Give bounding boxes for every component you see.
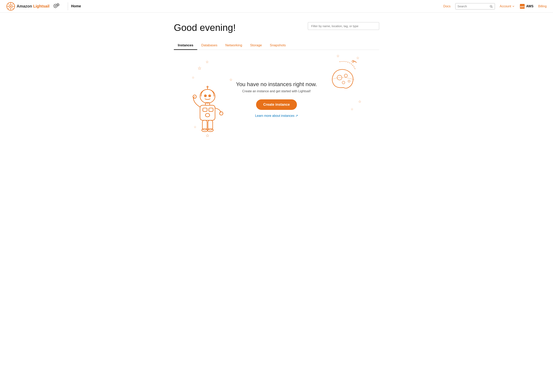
main-content: Good evening! Instances Databases Networ… — [167, 13, 386, 158]
svg-point-39 — [344, 74, 347, 77]
greeting-row: Good evening! — [174, 22, 379, 33]
svg-rect-27 — [200, 105, 215, 120]
svg-point-10 — [10, 6, 11, 7]
svg-line-8 — [12, 3, 14, 5]
learn-more-text: Learn more about instances — [255, 114, 294, 117]
tabs: Instances Databases Networking Storage S… — [174, 41, 379, 50]
svg-point-41 — [348, 80, 350, 82]
empty-state: ☆ ☆ ☆ ☆ ☆ ☆ ☆ ☆ ☆ ☆ — [174, 50, 379, 149]
star-decoration: ☆ — [198, 66, 201, 71]
empty-state-subtitle: Create an instance and get started with … — [236, 90, 317, 93]
empty-state-center: You have no instances right now. Create … — [236, 81, 317, 118]
star-decoration: ☆ — [358, 99, 361, 104]
svg-point-32 — [220, 112, 223, 115]
empty-state-title: You have no instances right now. — [236, 81, 317, 88]
tab-instances[interactable]: Instances — [174, 41, 197, 50]
create-instance-button[interactable]: Create instance — [256, 99, 297, 110]
star-decoration: ☆ — [206, 60, 209, 64]
tab-snapshots[interactable]: Snapshots — [266, 41, 290, 50]
svg-line-16 — [492, 7, 493, 7]
svg-text:AWS: AWS — [520, 6, 524, 8]
svg-point-14 — [57, 4, 58, 5]
svg-point-40 — [342, 81, 345, 84]
tab-networking[interactable]: Networking — [221, 41, 246, 50]
docs-link[interactable]: Docs — [443, 5, 451, 8]
svg-point-25 — [207, 86, 208, 88]
logo-text: Amazon Lightsail — [17, 4, 50, 8]
logo-lightsail: Lightsail — [33, 4, 49, 8]
aws-cube-icon: AWS — [519, 4, 525, 9]
account-label: Account — [500, 5, 511, 8]
external-link-icon: ↗ — [295, 114, 298, 117]
svg-line-9 — [8, 8, 9, 9]
chevron-down-icon — [512, 5, 515, 8]
svg-point-23 — [209, 95, 210, 96]
page-title: Home — [71, 4, 81, 8]
tab-storage[interactable]: Storage — [246, 41, 266, 50]
greeting: Good evening! — [174, 22, 236, 33]
search-icon — [489, 5, 493, 8]
robot-decoration — [186, 85, 229, 137]
header: Amazon Lightsail Home Docs Account — [0, 0, 553, 13]
tab-databases[interactable]: Databases — [197, 41, 221, 50]
svg-point-12 — [55, 5, 56, 7]
svg-rect-28 — [203, 108, 207, 112]
learn-more-link[interactable]: Learn more about instances ↗ — [236, 114, 317, 118]
search-box — [455, 3, 495, 9]
svg-rect-29 — [209, 108, 213, 112]
filter-input[interactable] — [308, 22, 379, 30]
planet-decoration — [324, 58, 363, 98]
header-nav: Docs Account AWS AWS Billing — [443, 3, 547, 9]
svg-line-6 — [8, 3, 9, 5]
logo-amazon: Amazon — [17, 4, 33, 8]
star-decoration: ☆ — [351, 107, 353, 111]
aws-logo[interactable]: AWS AWS — [519, 4, 533, 9]
logo: Amazon Lightsail — [6, 2, 50, 11]
svg-line-7 — [12, 8, 14, 9]
billing-link[interactable]: Billing — [538, 5, 547, 8]
aws-label: AWS — [526, 5, 533, 8]
star-decoration: ☆ — [336, 54, 339, 58]
star-decoration: ☆ — [229, 78, 232, 82]
lightsail-logo-icon — [6, 2, 15, 11]
account-button[interactable]: Account — [500, 5, 515, 8]
svg-point-21 — [205, 95, 206, 96]
settings-icon[interactable] — [53, 2, 60, 10]
svg-point-30 — [205, 113, 210, 117]
star-decoration: ☆ — [192, 76, 194, 79]
search-input[interactable] — [458, 5, 488, 8]
